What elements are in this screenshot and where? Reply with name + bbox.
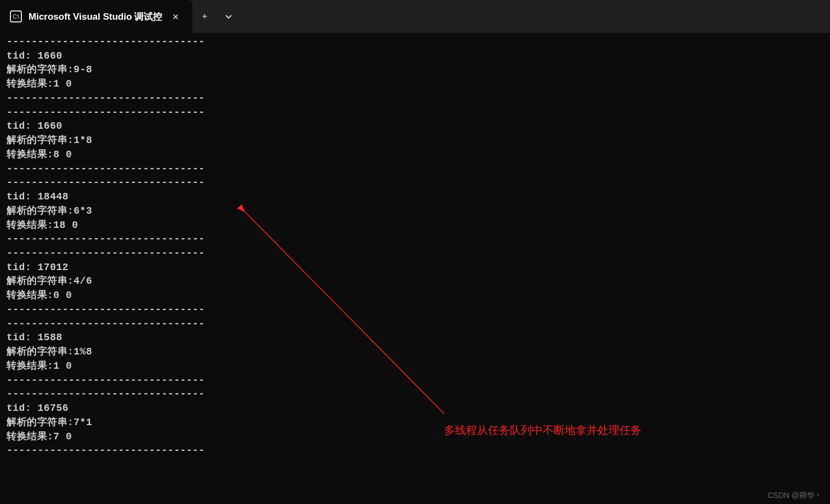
output-line: -------------------------------- [7, 375, 205, 386]
output-line: 解析的字符串:1%8 [7, 346, 92, 357]
output-line: 转换结果:1 0 [7, 78, 72, 89]
output-line: 解析的字符串:7*1 [7, 417, 92, 428]
output-line: -------------------------------- [7, 304, 205, 315]
output-line: -------------------------------- [7, 163, 205, 174]
output-line: -------------------------------- [7, 233, 205, 244]
output-line: -------------------------------- [7, 445, 205, 456]
chevron-down-icon [225, 13, 232, 20]
close-tab-button[interactable]: ✕ [169, 10, 183, 23]
watermark: CSDN @舜华丶 [768, 491, 822, 501]
output-line: 解析的字符串:9-8 [7, 64, 92, 75]
output-line: tid: 1660 [7, 50, 62, 61]
output-line: tid: 1588 [7, 332, 62, 343]
output-line: 转换结果:1 0 [7, 360, 72, 371]
titlebar-actions: + [192, 0, 241, 33]
new-tab-button[interactable]: + [192, 0, 217, 33]
output-line: 转换结果:0 0 [7, 290, 72, 301]
annotation-text: 多线程从任务队列中不断地拿并处理任务 [444, 423, 641, 438]
output-line: 转换结果:7 0 [7, 431, 72, 442]
output-line: -------------------------------- [7, 36, 205, 47]
output-line: 转换结果:8 0 [7, 149, 72, 160]
output-line: -------------------------------- [7, 177, 205, 188]
output-line: 转换结果:18 0 [7, 220, 78, 231]
output-line: tid: 17012 [7, 262, 69, 273]
active-tab[interactable]: C:\ Microsoft Visual Studio 调试控 ✕ [0, 0, 192, 33]
output-line: 解析的字符串:1*8 [7, 135, 92, 146]
tab-title: Microsoft Visual Studio 调试控 [29, 10, 162, 23]
output-line: 解析的字符串:6*3 [7, 205, 92, 216]
output-line: -------------------------------- [7, 318, 205, 329]
output-line: tid: 18448 [7, 191, 69, 202]
console-output: -------------------------------- tid: 16… [0, 33, 830, 460]
tab-dropdown-button[interactable] [217, 0, 241, 33]
output-line: tid: 1660 [7, 121, 62, 131]
titlebar: C:\ Microsoft Visual Studio 调试控 ✕ + [0, 0, 830, 33]
output-line: -------------------------------- [7, 248, 205, 259]
terminal-icon: C:\ [10, 10, 22, 22]
output-line: -------------------------------- [7, 107, 205, 118]
output-line: -------------------------------- [7, 388, 205, 399]
output-line: -------------------------------- [7, 93, 205, 104]
output-line: tid: 16756 [7, 403, 69, 414]
output-line: 解析的字符串:4/6 [7, 276, 92, 287]
